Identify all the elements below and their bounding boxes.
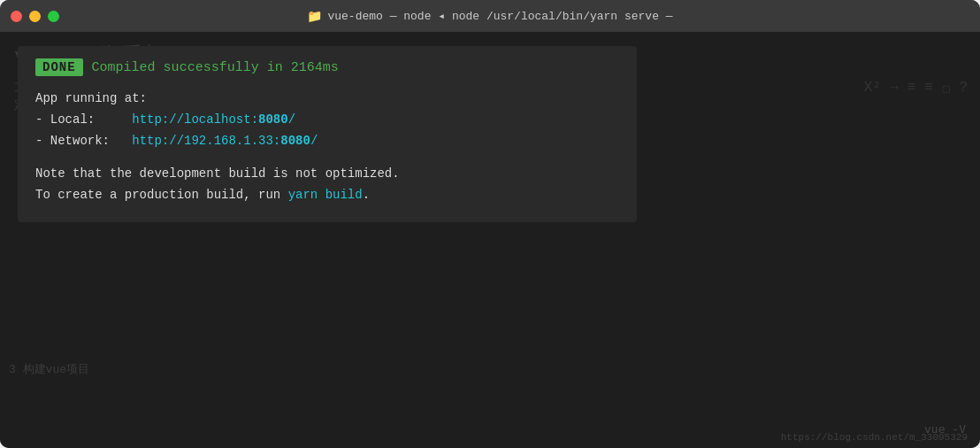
construct-watermark: 3 构建vue项目 [9, 361, 89, 377]
done-line: DONE Compiled successfully in 2164ms [35, 58, 619, 76]
close-button[interactable] [11, 11, 22, 22]
note-line-1: Note that the development build is not o… [35, 164, 619, 185]
toolbar-box-icon: ☐ [942, 80, 951, 97]
toolbar-superscript-icon: X² [864, 80, 881, 97]
terminal-body: vue3.0脚手架.md 文件架构行 定义组件行 X² → ≡ ≡ ☐ ? DO… [0, 32, 980, 448]
local-url[interactable]: http://localhost:8080/ [132, 112, 295, 127]
done-badge: DONE [35, 58, 83, 76]
window-title: 📁 vue-demo — node ◂ node /usr/local/bin/… [307, 9, 672, 24]
network-line: - Network: http://192.168.1.33:8080/ [35, 131, 619, 152]
local-line: - Local: http://localhost:8080/ [35, 110, 619, 131]
network-url[interactable]: http://192.168.1.33:8080/ [132, 134, 318, 148]
terminal-panel: DONE Compiled successfully in 2164ms App… [18, 46, 637, 222]
maximize-button[interactable] [48, 11, 59, 22]
terminal-window: 📁 vue-demo — node ◂ node /usr/local/bin/… [0, 0, 980, 448]
app-running-label: App running at: [35, 89, 619, 110]
toolbar-arrow-icon: → [890, 80, 899, 97]
minimize-button[interactable] [29, 11, 41, 22]
traffic-lights [11, 11, 59, 22]
toolbar-list1-icon: ≡ [907, 80, 916, 97]
terminal-output: App running at: - Local: http://localhos… [35, 89, 619, 151]
yarn-build-cmd: yarn build [288, 188, 363, 202]
note-section: Note that the development build is not o… [35, 164, 619, 206]
editor-toolbar: X² → ≡ ≡ ☐ ? [864, 80, 968, 97]
toolbar-list2-icon: ≡ [924, 80, 933, 97]
toolbar-help-icon: ? [959, 80, 968, 97]
done-message: Compiled successfully in 2164ms [92, 60, 339, 75]
url-watermark: https://blog.csdn.net/m_33095329 [781, 432, 968, 443]
note-line-2: To create a production build, run yarn b… [35, 185, 619, 206]
folder-icon: 📁 [307, 9, 322, 24]
titlebar: 📁 vue-demo — node ◂ node /usr/local/bin/… [0, 0, 980, 32]
